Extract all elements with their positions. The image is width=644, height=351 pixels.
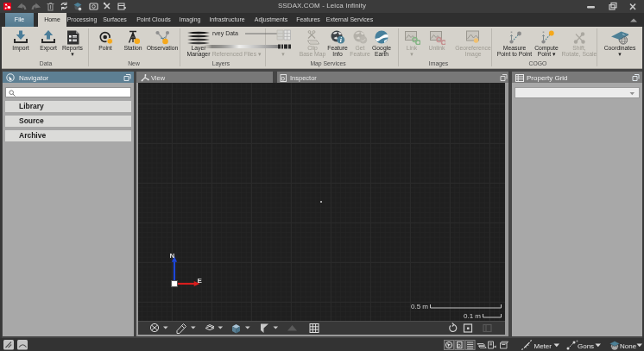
- svg-text:0.1 m: 0.1 m: [464, 312, 481, 320]
- svg-text:N: N: [170, 252, 175, 260]
- svg-text:Meter: Meter: [534, 342, 552, 350]
- svg-text:E: E: [198, 277, 203, 285]
- svg-text:None: None: [620, 342, 637, 350]
- svg-text:0.5 m: 0.5 m: [411, 303, 428, 310]
- svg-text:Gons: Gons: [578, 342, 594, 350]
